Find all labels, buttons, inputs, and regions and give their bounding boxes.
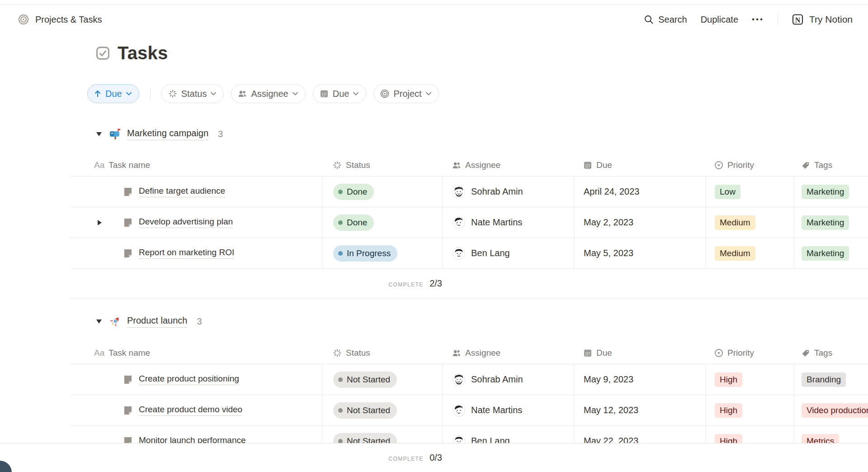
filter-divider — [150, 88, 151, 100]
status-label: Done — [347, 218, 367, 228]
status-dot — [338, 439, 343, 443]
people-icon — [452, 161, 461, 170]
table-row[interactable]: Create product positioning Not Started S… — [71, 364, 868, 395]
column-priority[interactable]: Priority — [727, 348, 754, 358]
column-tags[interactable]: Tags — [814, 348, 832, 358]
try-notion-button[interactable]: N Try Notion — [792, 13, 853, 26]
column-assignee[interactable]: Assignee — [465, 348, 500, 358]
column-task-name[interactable]: Task name — [108, 160, 150, 170]
column-status[interactable]: Status — [346, 160, 370, 170]
assignee-name[interactable]: Sohrab Amin — [471, 374, 523, 385]
column-assignee[interactable]: Assignee — [465, 160, 500, 170]
priority-icon — [714, 348, 723, 358]
table-row[interactable]: Create product demo video Not Started Na… — [71, 395, 868, 426]
more-menu-button[interactable]: ••• — [752, 15, 764, 24]
filter-assignee-pill[interactable]: Assignee — [231, 84, 305, 103]
status-pill[interactable]: In Progress — [333, 245, 397, 262]
group-count: 3 — [197, 316, 202, 327]
due-date[interactable]: May 5, 2023 — [584, 248, 633, 258]
toggle-down-icon[interactable] — [95, 131, 103, 137]
priority-badge[interactable]: Medium — [715, 246, 755, 261]
task-name-link[interactable]: Define target audience — [139, 186, 225, 197]
arrow-up-icon — [94, 90, 101, 98]
priority-badge[interactable]: High — [715, 372, 742, 387]
status-pill[interactable]: Not Started — [333, 402, 397, 419]
due-date[interactable]: May 2, 2023 — [584, 217, 633, 228]
priority-badge[interactable]: High — [715, 403, 742, 418]
status-pill[interactable]: Not Started — [333, 372, 397, 388]
page-title[interactable]: Tasks — [118, 43, 168, 63]
topbar-divider — [778, 14, 778, 25]
text-property-icon: Aa — [94, 348, 104, 358]
tag-badge[interactable]: Marketing — [802, 185, 849, 199]
filter-project-pill[interactable]: Project — [373, 84, 439, 103]
sort-due-label: Due — [105, 89, 122, 99]
search-button[interactable]: Search — [644, 14, 687, 25]
toggle-down-icon[interactable] — [95, 319, 103, 324]
chevron-down-icon — [211, 92, 216, 95]
avatar — [453, 216, 465, 229]
column-due[interactable]: Due — [596, 348, 612, 358]
table-row[interactable]: Report on marketing ROI In Progress Ben … — [71, 238, 868, 269]
priority-badge[interactable]: Low — [715, 185, 741, 199]
task-name-link[interactable]: Create product demo video — [139, 405, 242, 416]
page-icon — [123, 248, 133, 258]
column-due[interactable]: Due — [596, 160, 612, 170]
filter-assignee-label: Assignee — [251, 89, 288, 99]
duplicate-button[interactable]: Duplicate — [701, 14, 738, 25]
status-label: In Progress — [347, 248, 391, 258]
checkbox-emoji-icon[interactable] — [96, 46, 110, 60]
filter-due-label: Due — [333, 89, 349, 99]
task-name-link[interactable]: Develop advertising plan — [139, 217, 233, 228]
status-icon — [168, 89, 177, 98]
filter-status-label: Status — [181, 89, 207, 99]
search-label: Search — [658, 14, 687, 25]
tag-badge[interactable]: Marketing — [802, 246, 849, 261]
tag-icon — [801, 161, 810, 170]
sort-due-pill[interactable]: Due — [87, 84, 139, 103]
chevron-down-icon — [353, 92, 359, 95]
toggle-right-icon[interactable] — [97, 219, 102, 226]
duplicate-label: Duplicate — [701, 14, 738, 25]
group-title[interactable]: Product launch — [127, 315, 187, 328]
column-status[interactable]: Status — [346, 348, 370, 358]
page-icon — [123, 187, 133, 197]
breadcrumb[interactable]: Projects & Tasks — [35, 14, 102, 25]
column-task-name[interactable]: Task name — [108, 348, 150, 358]
complete-value: 0/3 — [429, 453, 442, 462]
assignee-name[interactable]: Nate Martins — [471, 405, 522, 415]
priority-badge[interactable]: Medium — [715, 215, 755, 230]
assignee-name[interactable]: Sohrab Amin — [471, 186, 523, 197]
group-title[interactable]: Marketing campaign — [127, 128, 208, 140]
column-tags[interactable]: Tags — [814, 160, 832, 170]
group-complete-row[interactable]: COMPLETE 2/3 — [71, 269, 868, 298]
page-icon — [123, 375, 133, 385]
status-label: Done — [347, 187, 367, 197]
status-dot — [338, 190, 343, 194]
assignee-name[interactable]: Nate Martins — [471, 217, 522, 228]
filter-due-pill[interactable]: Due — [313, 84, 367, 103]
due-date[interactable]: April 24, 2023 — [584, 186, 639, 197]
tag-badge[interactable]: Video production — [802, 403, 868, 418]
tag-badge[interactable]: Branding — [802, 372, 846, 387]
complete-label: COMPLETE — [389, 281, 424, 288]
group-complete-row[interactable]: COMPLETE 0/3 — [0, 443, 868, 472]
notion-logo-letter: N — [795, 16, 801, 24]
filter-status-pill[interactable]: Status — [161, 84, 224, 103]
status-pill[interactable]: Done — [333, 215, 374, 231]
status-icon — [333, 161, 342, 170]
table-row[interactable]: Define target audience Done Sohrab Amin … — [71, 176, 868, 207]
calendar-icon — [320, 89, 329, 98]
due-date[interactable]: May 9, 2023 — [584, 374, 633, 385]
assignee-name[interactable]: Ben Lang — [471, 248, 510, 258]
table-row[interactable]: Develop advertising plan Done Nate Marti… — [71, 207, 868, 238]
due-date[interactable]: May 12, 2023 — [584, 405, 638, 415]
tag-icon — [801, 348, 810, 358]
avatar — [453, 186, 465, 198]
task-name-link[interactable]: Report on marketing ROI — [139, 248, 234, 259]
search-icon — [644, 14, 654, 24]
task-name-link[interactable]: Create product positioning — [139, 374, 239, 385]
tag-badge[interactable]: Marketing — [802, 215, 849, 230]
status-pill[interactable]: Done — [333, 184, 374, 200]
column-priority[interactable]: Priority — [727, 160, 754, 170]
